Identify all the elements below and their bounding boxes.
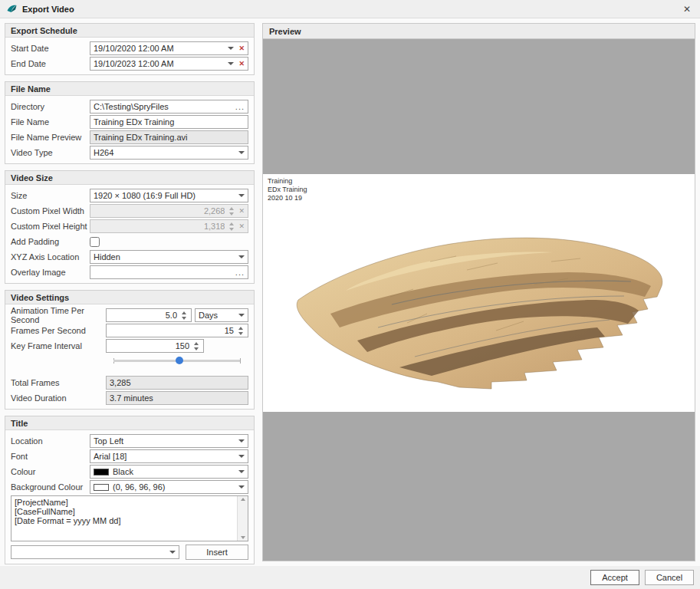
scroll-up-icon[interactable] xyxy=(241,498,245,501)
preview-header: Preview xyxy=(263,24,695,39)
group-file-name: File Name Directory ... File Name xyxy=(5,81,255,164)
location-combo[interactable]: Top Left xyxy=(90,434,248,448)
keyframe-label: Key Frame Interval xyxy=(11,341,106,350)
preview-panel: Preview Training EDx Training 2020 10 19 xyxy=(262,23,695,561)
keyframe-stepper[interactable] xyxy=(106,339,204,353)
fps-stepper[interactable] xyxy=(106,324,248,337)
keyframe-slider[interactable] xyxy=(113,355,241,366)
directory-row: Directory ... xyxy=(11,100,248,114)
spinner-icon[interactable] xyxy=(192,340,200,352)
close-icon[interactable]: ✕ xyxy=(680,4,694,15)
end-date-value[interactable] xyxy=(94,58,224,70)
overlay-line: EDx Training xyxy=(268,186,307,194)
font-combo[interactable]: Arial [18] xyxy=(90,449,248,463)
end-date-input[interactable]: ✕ xyxy=(90,57,248,71)
colour-value: Black xyxy=(113,467,235,476)
overlay-image-value[interactable] xyxy=(94,266,231,278)
location-value: Top Left xyxy=(94,436,235,446)
colour-combo[interactable]: Black xyxy=(90,465,248,479)
video-type-value: H264 xyxy=(94,148,235,157)
animation-time-label: Animation Time Per Second xyxy=(11,306,106,324)
video-type-row: Video Type H264 xyxy=(11,146,248,160)
preview-viewport: Training EDx Training 2020 10 19 xyxy=(263,39,695,561)
file-name-label: File Name xyxy=(11,117,90,127)
title-header: Title xyxy=(5,416,254,430)
size-row: Size 1920 × 1080 (16:9 Full HD) xyxy=(11,189,248,202)
video-type-combo[interactable]: H264 xyxy=(90,146,248,160)
directory-label: Directory xyxy=(11,102,90,111)
animation-time-stepper[interactable] xyxy=(106,308,192,322)
clear-date-icon[interactable]: ✕ xyxy=(238,44,245,52)
spinner-icon xyxy=(228,220,235,232)
keyframe-slider-handle[interactable] xyxy=(176,357,183,364)
size-combo[interactable]: 1920 × 1080 (16:9 Full HD) xyxy=(90,189,248,202)
spinner-icon[interactable] xyxy=(180,309,188,321)
clear-date-icon[interactable]: ✕ xyxy=(238,60,245,67)
total-frames-value: 3,285 xyxy=(110,378,245,387)
export-video-dialog: Export Video ✕ Export Schedule Start Dat… xyxy=(0,0,700,589)
custom-height-label: Custom Pixel Height xyxy=(11,222,90,231)
file-name-input[interactable] xyxy=(90,115,248,129)
custom-width-label: Custom Pixel Width xyxy=(11,206,90,216)
titlebar: Export Video ✕ xyxy=(0,0,700,18)
cancel-button[interactable]: Cancel xyxy=(645,570,694,585)
font-label: Font xyxy=(11,452,90,461)
video-frame: Training EDx Training 2020 10 19 xyxy=(263,174,695,412)
add-padding-checkbox[interactable] xyxy=(90,237,100,247)
chevron-down-icon[interactable] xyxy=(228,62,234,65)
keyframe-value[interactable] xyxy=(110,340,189,352)
add-padding-row: Add Padding xyxy=(11,235,248,248)
fps-row: Frames Per Second xyxy=(11,324,248,337)
file-name-value[interactable] xyxy=(94,116,245,128)
file-name-preview-value: Training EDx Training.avi xyxy=(94,133,245,142)
bg-colour-row: Background Colour (0, 96, 96, 96) xyxy=(11,480,248,494)
font-row: Font Arial [18] xyxy=(11,449,248,463)
insert-button[interactable]: Insert xyxy=(186,545,248,560)
accept-button[interactable]: Accept xyxy=(590,570,639,585)
title-template-textarea[interactable]: [ProjectName] [CaseFullName] [Date Forma… xyxy=(12,496,237,541)
insert-field-combo[interactable] xyxy=(11,545,179,559)
time-unit-value: Days xyxy=(199,311,235,320)
size-value: 1920 × 1080 (16:9 Full HD) xyxy=(94,191,235,200)
start-date-row: Start Date ✕ xyxy=(11,41,248,55)
footer: Accept Cancel xyxy=(0,566,700,589)
animation-time-value[interactable] xyxy=(110,309,177,321)
total-frames-label: Total Frames xyxy=(11,378,106,387)
video-duration-field: 3.7 minutes xyxy=(106,391,248,405)
size-label: Size xyxy=(11,191,90,200)
overlay-line: Training xyxy=(268,177,307,186)
bg-colour-label: Background Colour xyxy=(11,482,90,492)
chevron-down-icon xyxy=(238,151,245,154)
directory-input[interactable]: ... xyxy=(90,100,248,114)
window-title: Export Video xyxy=(22,5,680,14)
clear-icon: ✕ xyxy=(238,207,245,215)
chevron-down-icon xyxy=(238,314,245,317)
overlay-image-input[interactable]: ... xyxy=(90,265,248,279)
browse-icon[interactable]: ... xyxy=(235,102,245,111)
fps-label: Frames Per Second xyxy=(11,326,106,335)
file-name-preview-label: File Name Preview xyxy=(11,133,90,142)
location-label: Location xyxy=(11,436,90,446)
fps-value[interactable] xyxy=(110,324,234,337)
chevron-down-icon[interactable] xyxy=(228,47,234,50)
colour-row: Colour Black xyxy=(11,465,248,479)
spinner-icon[interactable] xyxy=(237,324,245,337)
scroll-down-icon[interactable] xyxy=(241,536,245,539)
bg-colour-combo[interactable]: (0, 96, 96, 96) xyxy=(90,480,248,494)
start-date-value[interactable] xyxy=(94,42,224,54)
axis-location-label: XYZ Axis Location xyxy=(11,252,90,262)
start-date-input[interactable]: ✕ xyxy=(90,41,248,55)
clear-icon: ✕ xyxy=(238,222,245,230)
spacer xyxy=(11,368,248,376)
font-value: Arial [18] xyxy=(94,452,235,461)
overlay-image-label: Overlay Image xyxy=(11,268,90,277)
browse-icon[interactable]: ... xyxy=(235,268,245,277)
total-frames-row: Total Frames 3,285 xyxy=(11,376,248,390)
file-name-preview-field: Training EDx Training.avi xyxy=(90,130,248,144)
axis-location-combo[interactable]: Hidden xyxy=(90,250,248,264)
terrain-model-image xyxy=(284,206,672,394)
chevron-down-icon xyxy=(238,255,245,258)
directory-value[interactable] xyxy=(94,100,231,113)
textarea-scrollbar[interactable] xyxy=(237,496,248,541)
time-unit-combo[interactable]: Days xyxy=(195,308,248,322)
